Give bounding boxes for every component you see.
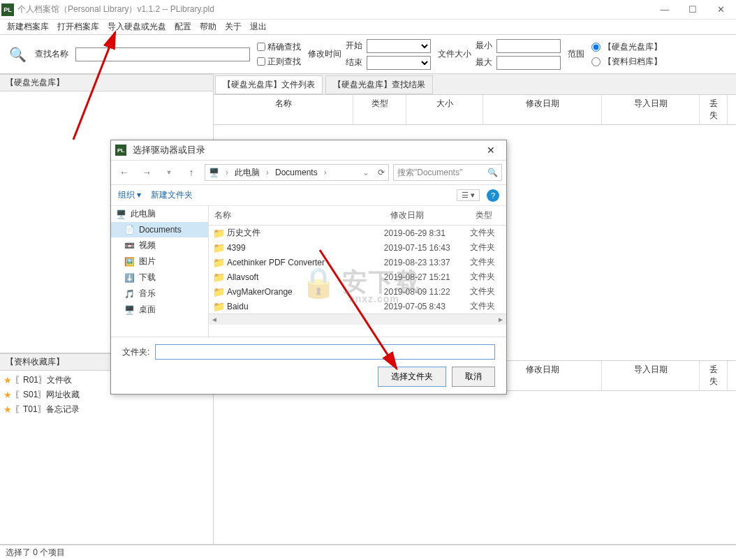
- scope-disk-radio[interactable]: [591, 43, 601, 52]
- dialog-search-box[interactable]: 搜索"Documents" 🔍: [393, 164, 502, 181]
- file-type: 文件夹: [470, 242, 506, 253]
- search-name-label: 查找名称: [35, 48, 68, 60]
- bc-item[interactable]: 此电脑: [235, 167, 260, 179]
- file-row[interactable]: 📁历史文件2019-06-29 8:31文件夹: [209, 226, 506, 240]
- file-name: 历史文件: [227, 227, 384, 239]
- scope-archive-label: 【资料归档库】: [603, 56, 662, 68]
- min-label: 最小: [476, 40, 492, 52]
- nav-forward-button[interactable]: →: [138, 163, 156, 182]
- menu-about[interactable]: 关于: [221, 20, 246, 34]
- app-icon: PL: [1, 3, 14, 16]
- folder-label: 文件夹:: [122, 346, 149, 358]
- folder-icon: 📁: [213, 301, 226, 312]
- fh-date[interactable]: 修改日期: [385, 206, 471, 225]
- scroll-right-icon[interactable]: ►: [495, 314, 506, 325]
- chevron-down-icon[interactable]: ⌄: [362, 168, 369, 177]
- sidebar-item[interactable]: 📼视频: [111, 237, 208, 253]
- chevron-icon: ›: [226, 168, 228, 177]
- refresh-icon[interactable]: ⟳: [378, 168, 385, 177]
- menu-config[interactable]: 配置: [170, 20, 196, 34]
- exact-checkbox[interactable]: [257, 43, 265, 51]
- col2-lost[interactable]: 丢失: [700, 361, 728, 390]
- side-icon: 📄: [124, 224, 135, 235]
- file-row[interactable]: 📁Baidu2019-07-05 8:43文件夹: [209, 299, 506, 314]
- menu-exit[interactable]: 退出: [246, 20, 271, 34]
- close-button[interactable]: ✕: [707, 1, 735, 19]
- col-type[interactable]: 类型: [353, 95, 406, 124]
- file-row[interactable]: 📁AvgMakerOrange2019-08-09 11:22文件夹: [209, 284, 506, 299]
- star-icon: ★: [3, 390, 12, 400]
- search-name-input[interactable]: [75, 47, 250, 61]
- horizontal-scrollbar[interactable]: ◄ ►: [209, 314, 506, 325]
- dialog-title: 选择驱动器或目录: [133, 144, 480, 156]
- file-header: 名称 修改日期 类型: [209, 206, 506, 226]
- breadcrumb[interactable]: 🖥️ › 此电脑 › Documents › ⌄ ⟳: [205, 164, 389, 181]
- folder-icon: 📁: [213, 272, 226, 283]
- fh-type[interactable]: 类型: [470, 206, 506, 225]
- sidebar-item[interactable]: 📄Documents: [111, 222, 208, 237]
- side-label: 下载: [139, 272, 156, 283]
- select-folder-button[interactable]: 选择文件夹: [378, 367, 446, 387]
- file-row[interactable]: 📁43992019-07-15 16:43文件夹: [209, 240, 506, 255]
- folder-icon: 📁: [213, 286, 226, 297]
- file-row[interactable]: 📁Allavsoft2019-08-27 15:21文件夹: [209, 270, 506, 284]
- nav-up-button[interactable]: ↑: [182, 163, 200, 182]
- view-mode-button[interactable]: ☰ ▾: [457, 189, 480, 201]
- nav-recent-button[interactable]: ▼: [160, 163, 178, 182]
- file-row[interactable]: 📁Acethinker PDF Converter2019-08-23 13:3…: [209, 255, 506, 270]
- regex-label: 正则查找: [267, 56, 301, 68]
- col-name[interactable]: 名称: [214, 95, 353, 124]
- star-icon: ★: [3, 375, 12, 385]
- fav-item[interactable]: ★〖T01〗备忘记录: [3, 402, 209, 417]
- sidebar-item[interactable]: 🎵音乐: [111, 286, 208, 302]
- minimize-button[interactable]: —: [651, 1, 679, 19]
- menu-help[interactable]: 帮助: [196, 20, 221, 34]
- help-button[interactable]: ?: [487, 189, 499, 202]
- menu-open[interactable]: 打开档案库: [53, 20, 103, 34]
- sidebar-item[interactable]: 🖼️图片: [111, 253, 208, 270]
- file-type: 文件夹: [470, 300, 506, 312]
- file-list-body2[interactable]: [214, 391, 736, 545]
- menu-import[interactable]: 导入硬盘或光盘: [103, 20, 170, 34]
- file-name: 4399: [227, 243, 384, 253]
- maximize-button[interactable]: ☐: [679, 1, 707, 19]
- fh-name[interactable]: 名称: [209, 206, 385, 225]
- statusbar: 选择了 0 个项目: [0, 545, 736, 560]
- start-time-select[interactable]: [367, 39, 431, 53]
- col2-idate[interactable]: 导入日期: [602, 361, 700, 390]
- sidebar-item[interactable]: 🖥️桌面: [111, 302, 208, 318]
- end-time-select[interactable]: [367, 56, 431, 70]
- bc-item[interactable]: Documents: [275, 168, 318, 177]
- col-mdate[interactable]: 修改日期: [483, 95, 602, 124]
- min-size-input[interactable]: [496, 39, 561, 53]
- start-label: 开始: [346, 40, 362, 52]
- folder-icon: 📁: [213, 228, 226, 239]
- folder-input[interactable]: [155, 344, 495, 360]
- cancel-button[interactable]: 取消: [452, 367, 495, 387]
- file-date: 2019-07-15 16:43: [384, 243, 470, 253]
- new-folder-button[interactable]: 新建文件夹: [151, 189, 193, 201]
- max-size-input[interactable]: [496, 56, 561, 70]
- tab-search-result[interactable]: 【硬盘光盘库】查找结果: [325, 75, 433, 94]
- sidebar-item[interactable]: 🖥️此电脑: [111, 206, 208, 222]
- organize-button[interactable]: 组织 ▾: [118, 189, 141, 201]
- side-icon: 🎵: [124, 288, 135, 300]
- side-label: 视频: [139, 240, 156, 251]
- col-size[interactable]: 大小: [406, 95, 483, 124]
- col-idate[interactable]: 导入日期: [602, 95, 700, 124]
- scope-archive-radio[interactable]: [591, 57, 601, 66]
- dialog-close-button[interactable]: ✕: [480, 145, 502, 156]
- nav-back-button[interactable]: ←: [115, 163, 133, 182]
- sidebar-item[interactable]: ⬇️下载: [111, 270, 208, 286]
- col-lost[interactable]: 丢失: [700, 95, 728, 124]
- tab-file-list[interactable]: 【硬盘光盘库】文件列表: [215, 75, 323, 94]
- status-text: 选择了 0 个项目: [6, 547, 65, 559]
- file-name: AvgMakerOrange: [227, 287, 384, 297]
- regex-checkbox[interactable]: [257, 57, 265, 66]
- tabs-row: 【硬盘光盘库】文件列表 【硬盘光盘库】查找结果: [214, 74, 736, 95]
- menubar: 新建档案库 打开档案库 导入硬盘或光盘 配置 帮助 关于 退出: [0, 20, 736, 35]
- side-icon: 🖼️: [124, 256, 135, 267]
- titlebar: PL 个人档案馆（Personal Library）v1.1.2 -- PLib…: [0, 0, 736, 20]
- menu-new[interactable]: 新建档案库: [3, 20, 53, 34]
- scroll-left-icon[interactable]: ◄: [209, 314, 220, 325]
